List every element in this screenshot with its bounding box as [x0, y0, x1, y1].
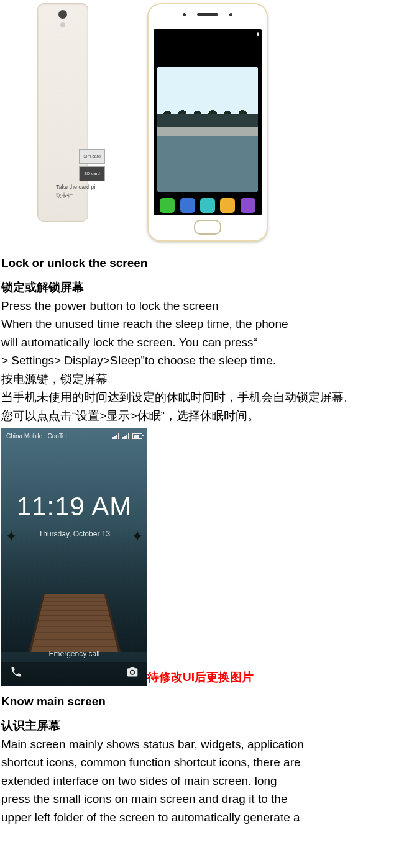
lock-en-line-0: Press the power button to lock the scree… [1, 297, 398, 315]
lockscreen-boardwalk [1, 546, 147, 652]
lock-title-en: Lock or unlock the screen [1, 254, 398, 272]
home-date-widget: ⠀ [154, 57, 262, 63]
flash-icon [60, 22, 65, 27]
home-button-icon [194, 220, 221, 235]
wallpaper-trees [157, 102, 258, 114]
section-know: Know main screen 认识主屏幕 Main screen mainl… [0, 692, 399, 826]
lock-en-line-1: When the unused time reach the sleep tim… [1, 315, 398, 333]
status-right [112, 433, 142, 439]
lockscreen-bottom-bar [1, 662, 147, 686]
palm-icon: ✦ [131, 525, 144, 549]
phone-front-figure: Sim card SD card ▮ ⠀ ⠀ [113, 3, 268, 242]
lock-en-line-3: > Settings> Display>SIeep”to choose the … [1, 351, 398, 369]
lockscreen-figure-row: China Mobile | CooTel 11:19 AM Thursday,… [1, 428, 399, 686]
dock-app-4 [220, 198, 235, 213]
emergency-call-text: Emergency call [1, 648, 147, 660]
camera-icon [58, 10, 67, 19]
label-pin: Take the card pin 取卡针 [56, 183, 99, 201]
status-clock-mini: ▮ [257, 31, 259, 38]
know-en-line-3: press the small icons on main screen and… [1, 790, 398, 808]
lock-title-cn: 锁定或解锁屏幕 [1, 278, 398, 296]
palm-icon: ✦ [5, 525, 17, 549]
battery-icon [132, 433, 142, 439]
lockscreen-carrier: China Mobile | CooTel [6, 432, 67, 441]
section-lock: Lock or unlock the screen 锁定或解锁屏幕 Press … [0, 254, 399, 425]
lock-cn-line-1: 当手机未使用的时间达到设定的休眠时间时，手机会自动锁定屏幕。 [1, 388, 398, 406]
tray-labels: Sim card SD card [79, 149, 105, 184]
tray-sim: Sim card [79, 149, 105, 164]
phone-screen: ▮ ⠀ ⠀ [154, 29, 262, 215]
home-clock-widget: ⠀ [154, 48, 262, 57]
know-title-en: Know main screen [1, 692, 398, 710]
signal-icon [112, 433, 119, 439]
dock-app-1 [160, 198, 175, 213]
signal-icon-2 [122, 433, 129, 439]
lockscreen-status-bar: China Mobile | CooTel [1, 428, 147, 443]
label-pin-en: Take the card pin [56, 183, 99, 192]
front-camera-icon [229, 13, 232, 16]
top-figure-row: Sim card Sim 卡盖 SD card SD 卡盖 Take the c… [0, 0, 399, 242]
speaker-icon [197, 13, 218, 16]
boardwalk-path [29, 594, 121, 652]
dock-app-2 [180, 198, 195, 213]
phone-front-render: ▮ ⠀ ⠀ [147, 3, 268, 242]
know-en-line-0: Main screen mainly shows status bar, wid… [1, 735, 398, 753]
tray-sd: SD card [79, 166, 105, 181]
know-en-line-4: upper left folder of the screen to autom… [1, 808, 398, 826]
know-en-line-2: extended interface on two sides of main … [1, 772, 398, 790]
lock-cn-line-2: 您可以点点击“设置>显示>休眠”，选择休眠时间。 [1, 407, 398, 425]
phone-icon [10, 665, 22, 683]
lockscreen-palms: ✦ ✦ [1, 525, 147, 549]
carrier-left: China Mobile [6, 433, 42, 440]
dock [154, 196, 262, 215]
carrier-right: CooTel [48, 433, 67, 440]
phone-back-figure: Sim card Sim 卡盖 SD card SD 卡盖 Take the c… [3, 3, 88, 242]
sensor-icon [183, 13, 186, 16]
know-title-cn: 认识主屏幕 [1, 717, 398, 735]
camera-icon [126, 665, 139, 683]
know-en-line-1: shortcut icons, common function shortcut… [1, 753, 398, 771]
label-pin-cn: 取卡针 [56, 192, 73, 201]
lock-en-line-2: will automatically lock the screen. You … [1, 333, 398, 351]
lockscreen-clock: 11:19 AM [1, 486, 147, 527]
wallpaper [157, 67, 258, 192]
lock-cn-line-0: 按电源键，锁定屏幕。 [1, 370, 398, 388]
dock-app-3 [200, 198, 215, 213]
red-replace-note: 待修改UI后更换图片 [147, 668, 254, 686]
lockscreen-render: China Mobile | CooTel 11:19 AM Thursday,… [1, 428, 147, 686]
dock-app-5 [241, 198, 255, 213]
